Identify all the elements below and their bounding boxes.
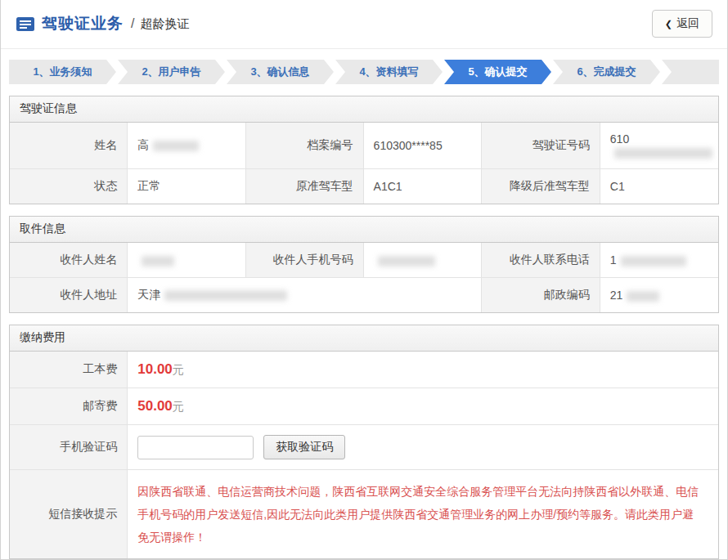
step-label: 4、资料填写 [359,65,418,78]
back-button-label: 返回 [676,16,699,31]
step-progress-bar: 1、业务须知 2、用户申告 3、确认信息 4、资料填写 5、确认提交 6、完成提… [9,60,719,84]
table-row: 邮寄费 50.00元 [10,388,718,425]
table-row: 姓名 高 档案编号 610300****85 驾驶证号码 610 [10,123,718,169]
license-list-icon [16,16,35,32]
field-label: 短信接收提示 [10,470,128,559]
table-row: 工本费 10.00元 [10,352,718,388]
status-value: 正常 [128,169,246,204]
redacted-text [142,256,174,267]
field-label: 工本费 [10,352,128,388]
production-fee-value: 10.00元 [128,352,718,388]
step-label: 6、完成提交 [577,65,636,78]
step-4-fill-data[interactable]: 4、资料填写 [335,60,443,84]
name-value: 高 [128,123,246,169]
license-number-value: 610 [600,123,718,169]
recipient-name-value [128,243,246,278]
redacted-text [153,141,199,151]
chevron-left-icon: ❮ [665,19,672,29]
step-3-confirm-info[interactable]: 3、确认信息 [227,60,334,84]
redacted-text [164,290,287,301]
field-label: 状态 [10,169,128,204]
step-bar-filler [662,60,719,84]
field-label: 手机验证码 [10,425,128,470]
license-service-page: 驾驶证业务 / 超龄换证 ❮ 返回 1、业务须知 2、用户申告 3、确认信息 4… [0,0,728,560]
table-row: 手机验证码 获取验证码 [10,425,718,470]
table-row: 收件人姓名 收件人手机号码 收件人联系电话 1 [10,243,718,278]
get-sms-code-button[interactable]: 获取验证码 [263,435,345,459]
step-6-finish-submit[interactable]: 6、完成提交 [553,60,660,84]
postal-code-value: 21 [600,278,718,313]
section-title: 驾驶证信息 [10,96,718,123]
breadcrumb-separator: / [131,16,134,31]
redacted-text [627,291,659,302]
field-label: 驾驶证号码 [482,123,600,169]
step-label: 2、用户申告 [142,65,200,78]
currency-unit: 元 [173,400,184,413]
license-info-table: 姓名 高 档案编号 610300****85 驾驶证号码 610 状态 正常 原… [10,123,718,204]
step-label: 1、业务须知 [33,65,92,78]
field-label: 邮寄费 [10,388,128,425]
section-title: 取件信息 [10,217,718,243]
section-license-info: 驾驶证信息 姓名 高 档案编号 610300****85 驾驶证号码 610 状… [9,96,719,204]
step-5-confirm-submit-active[interactable]: 5、确认提交 [444,60,551,84]
step-2-declaration[interactable]: 2、用户申告 [118,60,225,84]
recipient-mobile-value [363,243,482,278]
field-label: 降级后准驾车型 [482,169,600,204]
page-header: 驾驶证业务 / 超龄换证 ❮ 返回 [1,0,727,49]
field-label: 姓名 [10,123,128,169]
step-label: 3、确认信息 [250,65,309,78]
field-label: 原准驾车型 [245,169,363,204]
redacted-text [378,256,435,267]
mailing-fee-value: 50.00元 [128,388,718,425]
fee-amount: 50.00 [137,398,173,414]
breadcrumb: 驾驶证业务 / 超龄换证 [16,13,189,34]
table-row: 状态 正常 原准驾车型 A1C1 降级后准驾车型 C1 [10,169,718,204]
field-label: 收件人手机号码 [245,243,363,278]
section-pickup-info: 取件信息 收件人姓名 收件人手机号码 收件人联系电话 1 收件人地址 天津 邮政… [9,216,719,313]
sms-code-input[interactable] [137,436,254,459]
field-label: 邮政编码 [482,278,600,313]
redacted-text [614,148,712,159]
step-1-notice[interactable]: 1、业务须知 [9,60,116,84]
downgraded-vehicle-type-value: C1 [600,169,718,204]
field-label: 档案编号 [245,123,363,169]
original-vehicle-type-value: A1C1 [363,169,482,204]
sms-notice-text: 因陕西省联通、电信运营商技术问题，陕西省互联网交通安全综合服务管理平台无法向持陕… [128,470,718,559]
currency-unit: 元 [173,363,184,376]
field-label: 收件人姓名 [10,243,128,278]
section-fees: 缴纳费用 工本费 10.00元 邮寄费 50.00元 手机验证码 获取验证码 短… [9,325,719,559]
fees-table: 工本费 10.00元 邮寄费 50.00元 手机验证码 获取验证码 短信接收提示… [10,352,718,558]
section-title: 缴纳费用 [10,325,718,352]
table-row: 收件人地址 天津 邮政编码 21 [10,278,718,313]
field-label: 收件人联系电话 [482,243,600,278]
page-title: 驾驶证业务 [42,13,124,34]
sms-code-cell: 获取验证码 [128,425,718,470]
recipient-address-value: 天津 [128,278,482,313]
step-label: 5、确认提交 [468,65,527,78]
recipient-phone-value: 1 [600,243,718,278]
file-number-value: 610300****85 [363,123,482,169]
back-button[interactable]: ❮ 返回 [652,10,712,38]
pickup-info-table: 收件人姓名 收件人手机号码 收件人联系电话 1 收件人地址 天津 邮政编码 21 [10,243,718,312]
breadcrumb-current: 超龄换证 [140,16,189,32]
field-label: 收件人地址 [10,278,128,313]
fee-amount: 10.00 [137,361,173,377]
redacted-text [621,256,686,267]
table-row: 短信接收提示 因陕西省联通、电信运营商技术问题，陕西省互联网交通安全综合服务管理… [10,470,718,559]
